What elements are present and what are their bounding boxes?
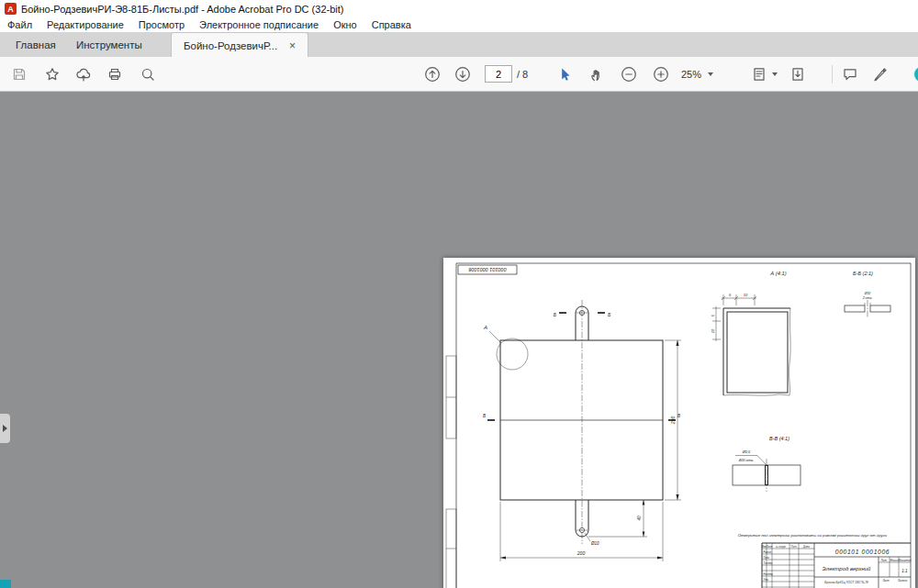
titleblock-lit: Лит. — [879, 559, 887, 562]
chevron-down-icon[interactable] — [772, 72, 778, 76]
corner-stamp-number: 000101 0001006 — [467, 267, 506, 272]
titleblock-header-doc: № докум. — [776, 545, 787, 549]
detail-callout-label: А — [483, 325, 487, 330]
minus-circle-icon — [621, 66, 637, 83]
menu-help[interactable]: Справка — [364, 19, 419, 30]
detail-dim-10: 10 — [744, 293, 748, 297]
previous-page-button[interactable] — [422, 64, 442, 84]
titleblock-part-name: Электрод верхний — [823, 566, 871, 571]
printer-icon — [106, 66, 123, 83]
section-vv-title: В-В (4:1) — [769, 436, 789, 441]
tab-document[interactable]: Бойно-РодзевичР... × — [171, 32, 308, 58]
tab-home[interactable]: Главная — [4, 32, 68, 57]
dim-width-label: 200 — [577, 550, 586, 556]
menu-view[interactable]: Просмотр — [131, 19, 192, 30]
drawing-sheet: 000101 0001006 Б Б В В А 200 — [443, 258, 915, 588]
next-page-button[interactable] — [453, 64, 473, 84]
cloud-upload-icon — [75, 66, 92, 83]
dim-hole-label: Ø10 — [590, 541, 599, 546]
menu-esign[interactable]: Электронное подписание — [192, 19, 326, 30]
plus-circle-icon — [653, 66, 669, 83]
zoom-in-button[interactable] — [651, 64, 671, 84]
print-button[interactable] — [105, 64, 125, 84]
cut-mark-b-label: Б — [554, 312, 557, 317]
detail-dim-5: 5 — [729, 293, 732, 297]
menu-edit[interactable]: Редактирование — [39, 19, 131, 30]
section-bb-title: Б-Б (2:1) — [853, 271, 873, 276]
cut-mark-v-label: В — [677, 414, 680, 418]
toolbar-separator — [832, 65, 833, 83]
find-button[interactable] — [138, 64, 158, 84]
section-bb-view: Б-Б (2:1) Ø10 2 отв. — [845, 271, 890, 317]
detail-a-title: А (4:1) — [769, 271, 786, 276]
zoom-out-button[interactable] — [619, 64, 639, 84]
titleblock-razrab: Разраб. — [764, 550, 773, 554]
main-view: Б Б В В А 200 290 40 Ø10 — [483, 300, 681, 561]
tab-tools[interactable]: Инструменты — [64, 32, 154, 57]
titleblock-nkontr: Н.контр. — [764, 572, 774, 576]
page-display-button[interactable] — [749, 64, 769, 84]
section-vv-view: В-В (4:1) Ø0,5 400 отв. — [733, 436, 800, 492]
acrobat-window: { "window": {"title": "Бойно-РодзевичРИ-… — [0, 0, 918, 588]
chevron-right-icon — [3, 425, 7, 432]
toolbar: / 8 25% — [0, 57, 918, 92]
bb-count-label: 2 отв. — [862, 296, 873, 300]
select-tool-button[interactable] — [554, 64, 575, 84]
detail-dim-10: 10 — [711, 328, 715, 333]
menu-window[interactable]: Окно — [326, 19, 364, 30]
page-scroll-icon — [789, 66, 806, 83]
vv-count-label: 400 отв. — [739, 458, 755, 462]
comment-button[interactable] — [840, 64, 860, 84]
titleblock-tkontr: Т.контр. — [764, 561, 774, 565]
title-bar: A Бойно-РодзевичРИ-Э8-81Б-Листы.pdf - Ad… — [0, 0, 918, 17]
titleblock-scale-value: 1:1 — [901, 569, 908, 573]
cut-mark-v-label: В — [483, 414, 486, 418]
detail-dim-5: 5 — [711, 314, 715, 316]
acrobat-logo-icon: A — [5, 3, 17, 15]
dim-tab-label: 40 — [637, 516, 642, 521]
titleblock-number: 000101 0001006 — [835, 549, 890, 555]
tab-close-icon[interactable]: × — [289, 39, 296, 52]
highlight-button[interactable] — [870, 64, 890, 84]
titleblock-header-list: Лист — [766, 545, 774, 549]
sign-tool-button[interactable] — [907, 64, 918, 84]
tab-bar: Главная Инструменты Бойно-РодзевичР... × — [0, 32, 918, 57]
save-icon — [11, 66, 28, 83]
titleblock-header-podp: Подп. — [791, 545, 798, 549]
tab-document-label: Бойно-РодзевичР... — [184, 40, 277, 51]
window-title: Бойно-РодзевичРИ-Э8-81Б-Листы.pdf - Adob… — [21, 4, 343, 15]
pointer-icon — [556, 66, 573, 83]
page-number-input[interactable] — [485, 65, 512, 83]
page-view-icon — [751, 66, 767, 83]
scrolling-mode-button[interactable] — [788, 64, 808, 84]
titleblock-scale: Масштаб — [898, 559, 911, 562]
arrow-down-circle-icon — [454, 66, 471, 83]
share-button[interactable] — [73, 64, 94, 84]
titleblock-mass: Масса — [890, 559, 899, 562]
sidebar-expand-handle[interactable] — [0, 414, 10, 443]
hand-icon — [588, 66, 605, 83]
titleblock-utv: Утв. — [764, 578, 769, 582]
pdf-page[interactable]: 000101 0001006 Б Б В В А 200 — [443, 258, 915, 588]
comment-bubble-icon — [842, 66, 858, 83]
vv-dim-label: Ø0,5 — [742, 449, 751, 454]
zoom-level-dropdown[interactable]: 25% — [681, 69, 713, 80]
save-button[interactable] — [9, 64, 29, 84]
chevron-down-icon — [708, 72, 713, 76]
menu-bar: Файл Редактирование Просмотр Электронное… — [0, 17, 918, 32]
titleblock-material: Бронза БрХ1ц ГОСТ 18175-78 — [824, 581, 868, 584]
search-icon — [140, 66, 156, 83]
titleblock-sheet: Лист — [881, 579, 890, 582]
title-block: 000101 0001006 Электрод верхний Бронза Б… — [762, 543, 912, 588]
hand-tool-button[interactable] — [587, 64, 607, 84]
titleblock-prov: Пров. — [764, 556, 770, 560]
titleblock-header-data: Дата — [802, 545, 810, 549]
drawing-note: Отверстия под электроды расположить на р… — [738, 533, 888, 538]
titleblock-sheets: Листов — [897, 579, 908, 582]
bb-dim-label: Ø10 — [864, 292, 871, 295]
arrow-up-circle-icon — [424, 66, 441, 83]
favorites-button[interactable] — [42, 64, 62, 84]
corner-stamp: 000101 0001006 — [458, 265, 517, 274]
menu-file[interactable]: Файл — [0, 19, 39, 30]
dim-height-label: 290 — [670, 416, 676, 426]
